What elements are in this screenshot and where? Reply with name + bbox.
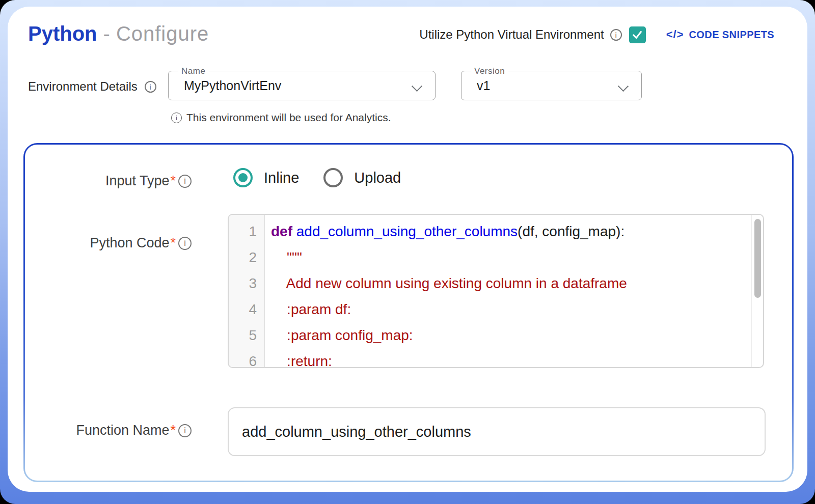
env-version-select-value: v1 — [477, 71, 490, 100]
page-title-product: Python — [28, 22, 97, 45]
code-snippets-link[interactable]: </> CODE SNIPPETS — [666, 28, 774, 41]
code-line[interactable]: """ — [271, 244, 751, 270]
code-icon: </> — [666, 28, 684, 41]
input-type-text: Input Type — [105, 173, 170, 189]
chevron-down-icon — [619, 82, 627, 90]
code-editor[interactable]: 123456 def add_column_using_other_column… — [228, 214, 764, 368]
function-name-text: Function Name — [76, 423, 169, 438]
env-version-select[interactable]: Version v1 — [461, 71, 642, 100]
header-actions: Utilize Python Virtual Environment i </>… — [419, 25, 774, 44]
input-type-radio-group: Inline Upload — [233, 168, 401, 187]
function-name-label: Function Name * i — [51, 423, 192, 438]
env-name-select-value: MyPythonVirtEnv — [184, 71, 281, 100]
page-title: Python-Configure — [28, 22, 209, 45]
code-line[interactable]: :return: — [271, 348, 751, 367]
line-number: 4 — [229, 296, 264, 322]
radio-upload-label: Upload — [354, 170, 401, 186]
required-asterisk: * — [170, 423, 176, 438]
environment-details-label: Environment Details i — [28, 79, 156, 94]
checkmark-icon — [632, 29, 643, 40]
function-name-info-icon[interactable]: i — [178, 424, 192, 437]
line-number: 5 — [229, 322, 264, 348]
env-name-select[interactable]: Name MyPythonVirtEnv — [168, 71, 436, 100]
required-asterisk: * — [170, 173, 176, 189]
code-line[interactable]: def add_column_using_other_columns(df, c… — [271, 218, 751, 244]
page-title-mode: Configure — [116, 22, 209, 45]
environment-details-info-icon[interactable]: i — [145, 81, 156, 93]
environment-note-text: This environment will be used for Analyt… — [186, 111, 391, 124]
required-asterisk: * — [170, 235, 176, 251]
radio-upload[interactable]: Upload — [323, 168, 401, 187]
python-code-label: Python Code * i — [51, 235, 192, 251]
python-configure-page: Python-Configure Utilize Python Virtual … — [0, 0, 815, 504]
line-number: 1 — [229, 218, 264, 244]
code-line[interactable]: :param df: — [271, 296, 751, 322]
page-title-separator: - — [103, 22, 110, 45]
code-snippets-label: CODE SNIPPETS — [689, 29, 774, 41]
virtual-env-checkbox[interactable] — [629, 26, 646, 43]
input-type-info-icon[interactable]: i — [178, 175, 192, 188]
line-number: 6 — [229, 348, 264, 368]
environment-details-text: Environment Details — [28, 79, 138, 94]
virtual-env-label: Utilize Python Virtual Environment — [419, 27, 604, 42]
line-number: 3 — [229, 270, 264, 296]
code-editor-gutter: 123456 — [229, 215, 265, 367]
code-line[interactable]: :param config_map: — [271, 322, 751, 348]
line-number: 2 — [229, 244, 264, 270]
function-name-value: add_column_using_other_columns — [242, 424, 471, 440]
input-type-label: Input Type * i — [51, 173, 192, 189]
chevron-down-icon — [413, 82, 421, 90]
function-name-input[interactable]: add_column_using_other_columns — [228, 407, 766, 456]
note-info-icon: i — [171, 113, 182, 123]
radio-selected-icon — [233, 168, 253, 187]
code-editor-scrollbar[interactable] — [751, 215, 763, 367]
radio-inline[interactable]: Inline — [233, 168, 299, 187]
environment-note: i This environment will be used for Anal… — [171, 111, 391, 124]
scrollbar-thumb[interactable] — [754, 219, 761, 298]
radio-inline-label: Inline — [264, 170, 299, 186]
python-code-text: Python Code — [90, 235, 169, 251]
code-line[interactable]: Add new column using existing column in … — [271, 270, 751, 296]
radio-unselected-icon — [323, 168, 343, 187]
python-code-info-icon[interactable]: i — [178, 237, 192, 250]
code-editor-lines[interactable]: def add_column_using_other_columns(df, c… — [265, 215, 751, 367]
virtual-env-info-icon[interactable]: i — [610, 29, 622, 41]
